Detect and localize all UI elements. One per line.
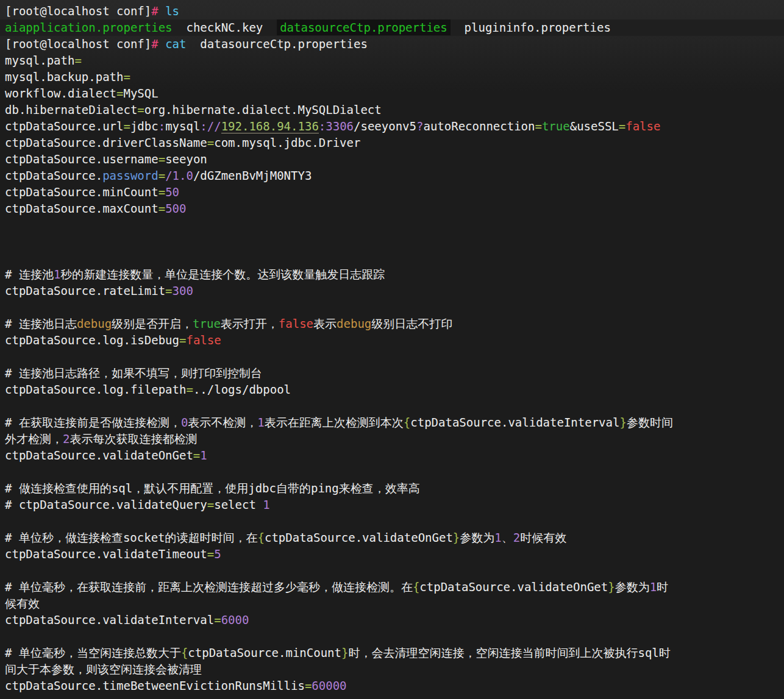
text-segment: [451, 21, 465, 34]
text-segment: 参数为: [460, 531, 494, 544]
text-segment: 1: [257, 416, 264, 429]
text-segment: debug: [77, 317, 112, 330]
text-segment: =: [123, 119, 130, 133]
text-segment: 300: [173, 284, 193, 297]
text-segment: true: [542, 119, 570, 133]
text-segment: # 连接池: [5, 268, 54, 281]
text-segment: =: [207, 547, 214, 561]
text-segment: 间大于本参数，则该空闲连接会被清理: [5, 662, 202, 676]
terminal-line-prop-is-debug: ctpDataSource.log.isDebug=false: [0, 332, 784, 349]
terminal-blank-line: [0, 217, 784, 233]
terminal-line-prop-password: ctpDataSource.password=/1.0/dGZmenBvMjM0…: [0, 168, 784, 184]
text-segment: ://: [200, 119, 221, 133]
text-segment: false: [186, 333, 221, 347]
text-segment: =: [619, 119, 625, 133]
text-segment: =: [165, 284, 172, 297]
terminal-blank-line: [0, 250, 784, 266]
text-segment: =: [159, 152, 165, 166]
text-segment: 5: [214, 547, 221, 561]
text-segment: {: [258, 531, 265, 544]
text-segment: aiapplication.properties: [5, 21, 173, 34]
text-segment: 级别日志不打印: [371, 317, 452, 330]
terminal-line-ls-file-list: aiapplication.properties checkNC.key dat…: [0, 20, 784, 36]
text-segment: /1.0: [165, 169, 193, 182]
text-segment: 2: [513, 531, 520, 544]
terminal-line-prop-mysql-path: mysql.path=: [0, 52, 784, 69]
text-segment: false: [625, 119, 660, 133]
text-segment: 1: [650, 580, 657, 594]
text-segment: 1: [494, 531, 501, 544]
terminal-line-comment-rate-limit: # 连接池1秒的新建连接数量，单位是连接个数。达到该数量触发日志跟踪: [0, 266, 784, 283]
text-segment: =: [159, 185, 165, 199]
text-segment: db.hibernateDialect: [5, 103, 137, 116]
terminal-line-comment-validate-query-1: # 做连接检查使用的sql，默认不用配置，使用jdbc自带的ping来检查，效率…: [0, 480, 784, 497]
selected-file-highlight: datasourceCtp.properties: [277, 20, 451, 35]
text-segment: ../logs/dbpool: [193, 383, 291, 396]
terminal-line-comment-validate-on-get-1: # 在获取连接前是否做连接检测，0表示不检测，1表示在距离上次检测到本次{ctp…: [0, 414, 784, 431]
text-segment: 60000: [312, 679, 346, 692]
text-segment: [173, 21, 187, 34]
text-segment: 秒的新建连接数量，单位是连接个数。达到该数量触发日志跟踪: [60, 268, 385, 281]
text-segment: MySQL: [123, 87, 158, 100]
text-segment: &useSSL: [570, 119, 619, 133]
text-segment: =: [207, 136, 214, 149]
text-segment: # 做连接检查使用的sql，默认不用配置，使用jdbc自带的ping来检查，效率…: [5, 481, 420, 495]
text-segment: =: [207, 498, 214, 511]
text-segment: 表示在距离上次检测到本次: [265, 416, 404, 429]
text-segment: =: [535, 119, 541, 133]
text-segment: 表示每次获取连接都检测: [69, 432, 197, 445]
text-segment: 500: [165, 202, 186, 215]
text-segment: 50: [165, 185, 179, 199]
text-segment: 192.168.94.136: [221, 119, 319, 133]
terminal-blank-line: [0, 398, 784, 414]
terminal-line-prop-eviction-millis: ctpDataSource.timeBetweenEvictionRunsMil…: [0, 678, 784, 694]
terminal-line-comment-validate-interval-1: # 单位毫秒，在获取连接前，距离上次检测连接超过多少毫秒，做连接检测。在{ctp…: [0, 579, 784, 595]
text-segment: datasourceCtp.properties: [186, 37, 367, 51]
text-segment: ctpDataSource.timeBetweenEvictionRunsMil…: [5, 679, 305, 692]
text-segment: =: [137, 103, 144, 116]
text-segment: ctpDataSource.validateTimeout: [5, 547, 207, 561]
terminal-line-prop-username: ctpDataSource.username=seeyon: [0, 151, 784, 168]
text-segment: #: [151, 4, 158, 18]
terminal-line-comment-validate-on-get-2: 外才检测，2表示每次获取连接都检测: [0, 431, 784, 447]
text-segment: 0: [181, 416, 188, 429]
text-segment: =: [159, 169, 165, 182]
text-segment: ls: [165, 4, 179, 18]
text-segment: ctpDataSource.log.filepath: [5, 383, 186, 396]
text-segment: 候有效: [5, 597, 40, 610]
text-segment: # 单位毫秒，当空闲连接总数大于: [5, 646, 181, 659]
text-segment: select: [214, 498, 263, 511]
terminal-line-prop-datasource-url: ctpDataSource.url=jdbc:mysql://192.168.9…: [0, 118, 784, 135]
text-segment: :: [159, 119, 165, 133]
terminal-line-comment-eviction-1: # 单位毫秒，当空闲连接总数大于{ctpDataSource.minCount}…: [0, 645, 784, 661]
terminal-blank-line: [0, 349, 784, 365]
terminal-line-prop-rate-limit: ctpDataSource.rateLimit=300: [0, 283, 784, 299]
terminal-line-prop-validate-interval: ctpDataSource.validateInterval=6000: [0, 612, 784, 628]
text-segment: =: [74, 54, 81, 67]
text-segment: }: [619, 416, 626, 429]
text-segment: ctpDataSource.validateOnGet: [419, 580, 608, 594]
text-segment: ?: [416, 119, 423, 133]
text-segment: 、: [502, 531, 513, 544]
text-segment: jdbc: [130, 119, 159, 133]
terminal-line-prop-mysql-backup-path: mysql.backup.path=: [0, 69, 784, 85]
text-segment: /dGZmenBvMjM0NTY3: [193, 169, 312, 182]
terminal-line-prop-hibernate-dialect: db.hibernateDialect=org.hibernate.dialec…: [0, 102, 784, 118]
text-segment: 时: [657, 580, 668, 594]
terminal-blank-line: [0, 562, 784, 579]
terminal-line-comment-filepath: # 连接池日志路径，如果不填写，则打印到控制台: [0, 365, 784, 381]
text-segment: {: [181, 646, 188, 659]
terminal-blank-line: [0, 464, 784, 480]
terminal-line-prop-min-count: ctpDataSource.minCount=50: [0, 184, 784, 200]
text-segment: 表示打开，: [221, 317, 279, 330]
text-segment: # ctpDataSource.validateQuery: [5, 498, 207, 511]
text-segment: ctpDataSource.minCount: [5, 185, 159, 199]
terminal-blank-line: [0, 628, 784, 645]
text-segment: ctpDataSource.validateInterval: [5, 613, 214, 626]
text-segment: [159, 4, 165, 18]
text-segment: ctpDataSource.maxCount: [5, 202, 159, 215]
text-segment: checkNC.key: [186, 21, 263, 34]
terminal-screen[interactable]: [root@localhost conf]# lsaiapplication.p…: [0, 0, 784, 699]
text-segment: password: [102, 169, 159, 182]
text-segment: # 在获取连接前是否做连接检测，: [5, 416, 181, 429]
